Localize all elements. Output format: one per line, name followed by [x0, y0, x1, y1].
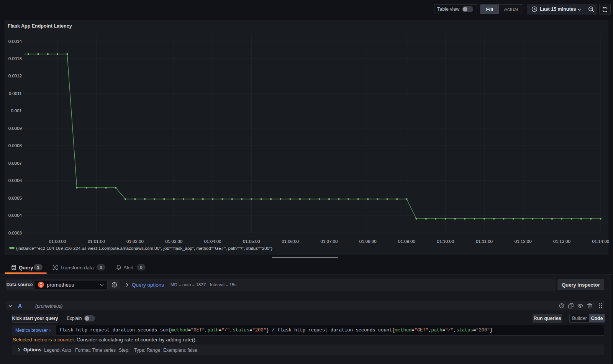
svg-text:0.0009: 0.0009	[8, 126, 22, 131]
svg-text:01:11:00: 01:11:00	[476, 239, 493, 244]
svg-text:01:13:00: 01:13:00	[553, 239, 570, 244]
svg-text:01:05:00: 01:05:00	[243, 239, 260, 244]
svg-text:01:06:00: 01:06:00	[282, 239, 299, 244]
svg-text:01:12:00: 01:12:00	[515, 239, 532, 244]
svg-text:01:01:00: 01:01:00	[88, 239, 105, 244]
svg-text:01:02:00: 01:02:00	[126, 239, 144, 244]
svg-text:01:00:00: 01:00:00	[49, 239, 66, 244]
svg-text:01:08:00: 01:08:00	[359, 239, 377, 244]
svg-text:0.0005: 0.0005	[8, 196, 22, 200]
svg-text:0.0003: 0.0003	[8, 231, 22, 235]
svg-text:0.0011: 0.0011	[9, 91, 22, 96]
svg-text:0.0004: 0.0004	[8, 213, 22, 218]
svg-text:01:03:00: 01:03:00	[165, 239, 182, 244]
svg-text:0.0006: 0.0006	[8, 178, 22, 183]
svg-text:01:10:00: 01:10:00	[437, 239, 454, 244]
svg-text:0.0013: 0.0013	[8, 56, 22, 61]
svg-text:0.0014: 0.0014	[8, 39, 22, 44]
svg-text:01:07:00: 01:07:00	[321, 239, 338, 244]
svg-text:0.0012: 0.0012	[8, 74, 22, 78]
svg-text:01:04:00: 01:04:00	[204, 239, 221, 244]
svg-text:01:09:00: 01:09:00	[398, 239, 415, 244]
svg-text:0.001: 0.001	[11, 108, 22, 113]
svg-text:0.0008: 0.0008	[8, 143, 22, 148]
svg-text:01:14:00: 01:14:00	[592, 239, 609, 244]
svg-text:0.0007: 0.0007	[8, 161, 22, 166]
